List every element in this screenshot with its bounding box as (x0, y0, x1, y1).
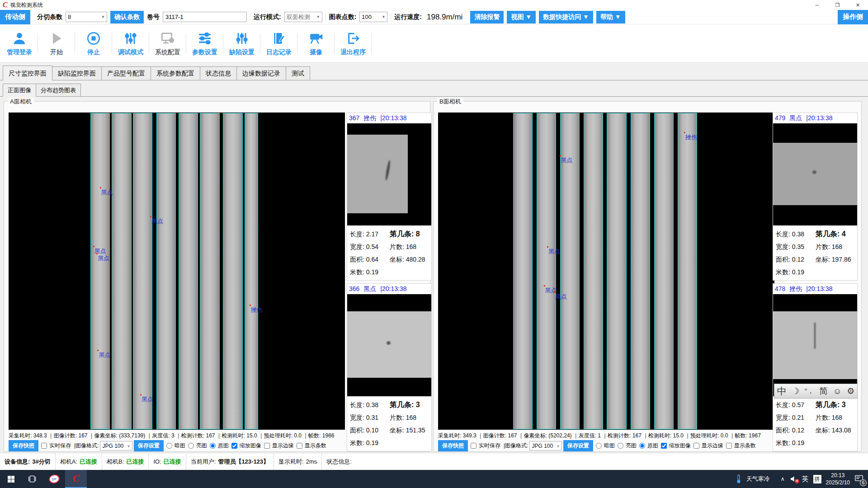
defect-annotation: 黑点 (98, 254, 109, 263)
system-config-button[interactable]: 系统配置 (149, 28, 186, 59)
subtab-front-image[interactable]: 正面图像 (3, 84, 36, 97)
snipping-tool-button[interactable]: ✂ (43, 470, 65, 488)
dark-image-radio[interactable] (596, 443, 602, 449)
sub-tabstrip: 正面图像 分布趋势图表 (0, 80, 868, 97)
show-count-checkbox[interactable] (726, 443, 732, 449)
run-mode-select[interactable]: 双面检测▼ (284, 12, 322, 22)
defect-annotation: 挫伤 (685, 133, 697, 141)
defect-stats: 长度: 0.38 宽度: 0.35 面积: 0.12 米数: 0.19 第几条:… (773, 225, 857, 280)
tab-status-info[interactable]: 状态信息 (200, 66, 237, 80)
ime-emoji-icon[interactable]: ☺ (833, 386, 841, 396)
volume-muted-icon[interactable]: ✕ (789, 475, 797, 483)
chevron-down-icon: ▼ (101, 15, 105, 19)
divider (391, 13, 391, 21)
save-settings-button[interactable]: 保存设置 (134, 440, 164, 451)
params-settings-button[interactable]: 参数设置 (186, 28, 223, 59)
clear-alarm-button[interactable]: 清除报警 (470, 11, 504, 23)
material-strip (245, 113, 258, 429)
chevron-down-icon: ∨ (127, 444, 130, 448)
drive-side-button[interactable]: 传动侧 (0, 10, 30, 24)
view-menu-button[interactable]: 视图 ▼ (507, 11, 536, 23)
notification-center-button[interactable]: 6 (854, 474, 863, 484)
split-count-select[interactable]: 8▼ (66, 12, 107, 22)
defect-annotation: 黑点 (561, 156, 573, 164)
image-format-select[interactable]: JPG 100∨ (100, 441, 132, 450)
roll-number-input[interactable] (163, 12, 247, 22)
tab-size-monitor[interactable]: 尺寸监控界面 (3, 66, 52, 80)
defect-card: 479黑点|20:13:38 长度: 0.38 宽度: 0.35 面积: 0.1… (773, 113, 858, 281)
minimize-button[interactable]: ─ (807, 0, 827, 10)
icon-toolbar: 管理登录 开始 停止 调试模式 系统配置 参数设置 缺陷设置 (0, 24, 868, 62)
task-view-button[interactable] (22, 470, 43, 488)
zoom-image-checkbox[interactable] (661, 443, 667, 449)
defect-card: 478挫伤|20:13:38 长度: 0.57 宽度: 0.21 面积: 0.1… (773, 283, 858, 451)
clock-time: 20:13 (826, 472, 850, 479)
tab-product-model-config[interactable]: 产品型号配置 (101, 66, 151, 80)
tab-defect-monitor[interactable]: 缺陷监控界面 (52, 66, 102, 80)
device-info-value: 3#分切 (32, 458, 50, 466)
ime-fullwidth-moon-icon[interactable]: ☽ (792, 386, 799, 396)
taskbar-clock[interactable]: 20:13 2025/2/10 (826, 472, 850, 486)
tab-edge-data-record[interactable]: 边缘数据记录 (236, 66, 286, 80)
realtime-save-checkbox[interactable] (41, 443, 47, 449)
bright-image-radio[interactable] (188, 443, 194, 449)
ime-simplified-icon[interactable]: 简 (819, 385, 828, 397)
defect-settings-button[interactable]: 缺陷设置 (223, 28, 260, 59)
defect-annotation: 黑点 (142, 395, 153, 404)
close-button[interactable]: ✕ (848, 0, 868, 10)
capture-button[interactable]: 摄像 (297, 28, 335, 59)
defect-thumbnail (773, 294, 857, 396)
image-format-select[interactable]: JPG 100∨ (529, 441, 561, 450)
ime-pinyin-indicator[interactable]: 拼 (813, 475, 821, 483)
save-snapshot-button[interactable]: 保存快照 (438, 440, 468, 451)
save-settings-button[interactable]: 保存设置 (563, 440, 593, 451)
debug-mode-button[interactable]: 调试模式 (112, 28, 149, 59)
status-info-label: 状态信息: (326, 458, 352, 466)
stop-button[interactable]: 停止 (75, 28, 112, 59)
subtab-trend-chart[interactable]: 分布趋势图表 (36, 84, 81, 96)
tab-system-param-config[interactable]: 系统参数配置 (151, 66, 200, 80)
user-icon (12, 30, 27, 47)
original-image-radio[interactable] (210, 443, 216, 449)
operate-side-button[interactable]: 操作侧 (838, 10, 868, 24)
data-quick-access-button[interactable]: 数据快捷访问 ▼ (539, 11, 593, 23)
main-tabstrip: 尺寸监控界面 缺陷监控界面 产品型号配置 系统参数配置 状态信息 边缘数据记录 … (0, 62, 868, 80)
dark-image-radio[interactable] (166, 443, 172, 449)
start-button[interactable] (0, 470, 22, 488)
original-image-radio[interactable] (639, 443, 645, 449)
camera-b-status-value: 已连接 (126, 458, 144, 466)
divider (250, 13, 250, 21)
window-title: 视觉检测系统 (10, 1, 43, 9)
scissors-icon: ✂ (48, 474, 61, 485)
tab-test[interactable]: 测试 (286, 66, 310, 80)
chevron-down-icon: ▼ (382, 15, 385, 19)
start-button[interactable]: 开始 (38, 28, 75, 59)
bright-image-radio[interactable] (618, 443, 623, 449)
help-menu-button[interactable]: 帮助 ▼ (596, 11, 625, 23)
maximize-button[interactable]: ❐ (827, 0, 848, 10)
exit-program-button[interactable]: 退出程序 (335, 28, 372, 59)
show-edge-checkbox[interactable] (264, 443, 270, 449)
chart-points-select[interactable]: 100▼ (359, 12, 387, 22)
log-record-button[interactable]: 日志记录 (260, 28, 297, 59)
defect-card-header: 367挫伤|20:13:38 (347, 113, 431, 123)
ime-punctuation-icon[interactable]: °， (805, 387, 814, 395)
current-user-value: 管理员【123-123】 (218, 458, 269, 466)
save-snapshot-button[interactable]: 保存快照 (9, 440, 38, 451)
realtime-save-checkbox[interactable] (471, 443, 476, 449)
inspection-app-taskbar-button[interactable]: C (65, 470, 87, 488)
ime-settings-gear-icon[interactable]: ⚙ (847, 386, 854, 396)
split-count-label: 分切条数 (37, 13, 62, 21)
confirm-count-button[interactable]: 确认条数 (110, 11, 144, 23)
notification-badge: 6 (860, 479, 867, 486)
weather-status[interactable]: 天气寒冷 (746, 475, 770, 483)
admin-login-button[interactable]: 管理登录 (1, 28, 38, 59)
language-indicator[interactable]: 英 (802, 475, 809, 483)
tray-expand-chevron-icon[interactable]: ∧ (781, 476, 785, 482)
camera-b-title: B面相机 (437, 98, 463, 106)
ime-chinese-mode-icon[interactable]: 中 (777, 385, 787, 398)
show-count-checkbox[interactable] (297, 443, 302, 449)
show-edge-checkbox[interactable] (693, 443, 699, 449)
defect-annotation: 黑点 (101, 188, 113, 197)
zoom-image-checkbox[interactable] (231, 443, 237, 449)
